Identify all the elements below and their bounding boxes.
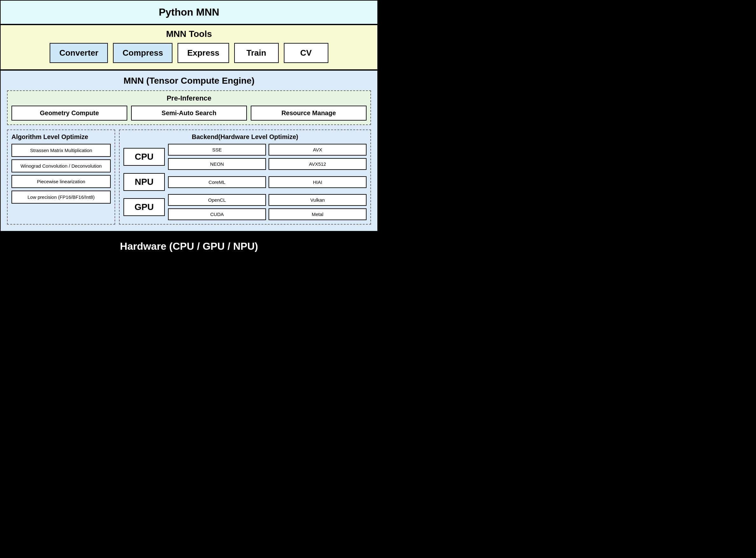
backend-cpu-chips: SSE AVX NEON AVX512 [168,144,367,170]
chip-avx: AVX [269,144,367,156]
backend-npu-label: NPU [123,173,165,191]
algo-section: Algorithm Level Optimize Strassen Matrix… [7,129,115,225]
tool-express: Express [178,43,229,63]
chip-avx512: AVX512 [269,158,367,170]
tool-converter: Converter [50,43,108,63]
mnn-tools-title: MNN Tools [7,29,371,39]
chip-cuda: CUDA [168,208,266,220]
backend-gpu-label: GPU [123,198,165,216]
python-mnn-bar: Python MNN [0,0,378,25]
chip-sse: SSE [168,144,266,156]
tool-train: Train [234,43,279,63]
hardware-label: Hardware (CPU / GPU / NPU) [120,240,258,252]
pre-inference-title: Pre-Inference [11,94,367,102]
bottom-panels: Algorithm Level Optimize Strassen Matrix… [7,129,371,225]
algo-piecewise: Piecewise linearization [11,175,111,188]
chip-vulkan: Vulkan [269,194,367,206]
pre-inference-geometry: Geometry Compute [11,106,127,121]
chip-opencl: OpenCL [168,194,266,206]
mnn-tce-section: MNN (Tensor Compute Engine) Pre-Inferenc… [0,70,378,232]
backend-section: Backend(Hardware Level Optimize) CPU SSE… [119,129,371,225]
backend-npu-chips: CoreML HIAI [168,176,367,188]
backend-title: Backend(Hardware Level Optimize) [123,133,367,141]
algo-title: Algorithm Level Optimize [11,133,111,141]
algo-strassen: Strassen Matrix Multiplication [11,144,111,157]
algo-winograd: Winograd Convolution / Deconvolution [11,159,111,172]
pre-inference-section: Pre-Inference Geometry Compute Semi-Auto… [7,90,371,125]
chip-neon: NEON [168,158,266,170]
chip-coreml: CoreML [168,176,266,188]
tool-compress: Compress [113,43,173,63]
pre-inference-resource: Resource Manage [251,106,367,121]
backend-cpu-row: CPU SSE AVX NEON AVX512 [123,144,367,170]
backend-npu-row: NPU CoreML HIAI [123,173,367,191]
python-mnn-label: Python MNN [159,6,219,18]
pre-inference-items: Geometry Compute Semi-Auto Search Resour… [11,106,367,121]
pre-inference-semiauto: Semi-Auto Search [131,106,247,121]
hardware-bar: Hardware (CPU / GPU / NPU) [0,232,378,261]
algo-lowprecision: Low precision (FP16/BF16/Int8) [11,191,111,204]
backend-gpu-chips: OpenCL Vulkan CUDA Metal [168,194,367,220]
chip-metal: Metal [269,208,367,220]
mnn-tools-items: Converter Compress Express Train CV [7,43,371,63]
backend-cpu-label: CPU [123,148,165,166]
chip-hiai: HIAI [269,176,367,188]
mnn-tce-title: MNN (Tensor Compute Engine) [7,76,371,86]
tool-cv: CV [284,43,328,63]
backend-gpu-row: GPU OpenCL Vulkan CUDA Metal [123,194,367,220]
backend-rows: CPU SSE AVX NEON AVX512 [123,144,367,220]
mnn-tools-section: MNN Tools Converter Compress Express Tra… [0,25,378,70]
